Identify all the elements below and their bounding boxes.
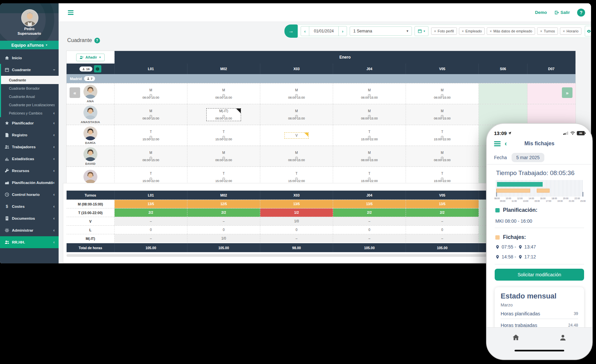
scroll-left-button[interactable]: «	[70, 87, 80, 98]
filter-chip-foto-perfil[interactable]: ×Foto perfil	[431, 27, 457, 35]
day-header-row: 16 L01M02X03J04V05S06D07	[67, 64, 575, 74]
shift-cell-L01[interactable]: M 08:00-15:00	[115, 83, 187, 104]
calendar-button[interactable]: ▼	[415, 26, 428, 36]
pin-icon	[518, 245, 522, 250]
hamburger-menu-icon[interactable]	[68, 10, 74, 16]
period-select[interactable]: 1 Semana ▼	[350, 26, 412, 36]
prev-date-button[interactable]: ‹	[301, 26, 309, 36]
sidebar-item-cuadrante[interactable]: Cuadrante‹	[1, 64, 59, 76]
sidebar-subitem-cuadrante-borrador[interactable]: Cuadrante Borrador	[1, 84, 59, 92]
shift-cell-M02[interactable]: M(-IT)08:00-15:00	[187, 104, 260, 125]
remove-chip-icon[interactable]: ×	[490, 29, 492, 33]
help-button[interactable]: ?	[577, 9, 585, 17]
add-employee-button[interactable]: Añadir ▼	[76, 54, 105, 61]
sidebar-item-planificaci-n-autom-tica[interactable]: Planificación Automática‹	[0, 177, 59, 189]
shift-cell-L01[interactable]: M 08:00-15:00	[115, 104, 187, 125]
planned-bar	[497, 182, 543, 187]
shift-code: T	[441, 130, 443, 134]
day-header-S06[interactable]: S06	[479, 64, 527, 74]
shift-cell-X03[interactable]: M 08:00-15:00	[260, 104, 333, 125]
shift-cell-L01[interactable]: M 08:00-15:00	[115, 146, 187, 166]
go-button[interactable]: →	[284, 24, 298, 38]
shift-cell-X03[interactable]: M 08:00-15:00	[260, 146, 333, 166]
profile-tab[interactable]	[559, 334, 567, 341]
sidebar-subitem-cuadrante[interactable]: Cuadrante	[1, 76, 59, 84]
next-date-button[interactable]: ›	[339, 26, 347, 36]
logout-link[interactable]: Salir	[554, 10, 570, 15]
sidebar-item-rr-hh[interactable]: RR.HH.‹	[0, 236, 59, 248]
shift-cell-M02[interactable]: M 08:00-15:00	[187, 146, 260, 166]
day-header-J04[interactable]: J04	[333, 64, 406, 74]
employee-avatar[interactable]	[83, 170, 97, 184]
shift-cell-J04[interactable]: M 08:00-15:00	[333, 104, 406, 125]
remove-chip-icon[interactable]: ×	[540, 29, 542, 33]
request-modification-button[interactable]: Solicitar modificación	[495, 269, 584, 281]
home-indicator[interactable]	[515, 350, 564, 351]
sidebar-item-inicio[interactable]: Inicio	[0, 52, 59, 64]
filter-chip-horario[interactable]: ×Horario	[560, 27, 581, 35]
sidebar-item-trabajadores[interactable]: Trabajadores‹	[0, 141, 59, 153]
remove-chip-icon[interactable]: ×	[434, 29, 436, 33]
sidebar-item-costes[interactable]: $Costes‹	[0, 201, 59, 212]
sidebar-item-estad-sticas[interactable]: Estadísticas‹	[0, 153, 59, 165]
shift-cell-V05[interactable]: M 08:00-15:00	[406, 83, 479, 104]
grid-settings-button[interactable]	[94, 65, 101, 72]
selected-shift-cell[interactable]: M(-IT)08:00-15:00	[206, 108, 241, 121]
title-help-icon[interactable]: ?	[94, 38, 100, 43]
shift-cell-V05[interactable]: T 15:00-22:00	[406, 125, 479, 146]
clock-icon	[222, 92, 225, 95]
shift-cell-J04[interactable]: T 15:00-22:00	[333, 125, 406, 146]
day-header-M02[interactable]: M02	[187, 64, 260, 74]
shift-cell-J04[interactable]: M 08:00-15:00	[333, 146, 406, 166]
demo-link[interactable]: Demo	[535, 10, 547, 15]
shift-cell-X03[interactable]: V	[260, 125, 333, 146]
shift-cell-J04[interactable]: M 08:00-15:00	[333, 83, 406, 104]
filter-chip-empleado[interactable]: ×Empleado	[459, 27, 485, 35]
team-selector[interactable]: Equipo aTurnos ▾	[0, 41, 59, 49]
sidebar-subitem-cuadrante-por-localizaciones[interactable]: Cuadrante por Localizaciones	[1, 101, 59, 109]
day-header-X03[interactable]: X03	[260, 64, 333, 74]
employee-avatar[interactable]	[83, 147, 97, 161]
filter-chip-m-s-datos-de-empleado[interactable]: ×Más datos de empleado	[487, 27, 535, 35]
employee-avatar[interactable]	[83, 106, 97, 119]
home-tab[interactable]	[512, 334, 520, 341]
remove-chip-icon[interactable]: ×	[563, 29, 565, 33]
shift-cell-S06[interactable]	[479, 83, 527, 104]
sidebar-item-registro[interactable]: Registro‹	[0, 129, 59, 141]
sidebar-subitem-cuadrante-anual[interactable]: Cuadrante Anual	[1, 92, 59, 101]
shift-cell-D07[interactable]	[527, 104, 575, 125]
employee-avatar[interactable]	[83, 126, 97, 140]
vacation-shift-cell[interactable]: V	[284, 132, 309, 139]
shift-cell-S06[interactable]	[479, 104, 527, 125]
shift-cell-V05[interactable]: M 08:00-15:00	[406, 104, 479, 125]
day-header-V05[interactable]: V05	[406, 64, 479, 74]
scroll-right-button[interactable]: »	[562, 87, 572, 98]
shift-cell-L01[interactable]: T 15:00-22:00	[115, 125, 187, 146]
employee-cell[interactable]: DARÍA	[67, 125, 115, 146]
estado-row-horas-planificadas[interactable]: Horas planificadas 39	[501, 309, 578, 319]
shift-cell-M02[interactable]: T 15:00-22:00	[187, 125, 260, 146]
sidebar-item-recursos[interactable]: Recursos‹	[0, 165, 59, 177]
sidebar-item-administrar[interactable]: Administrar‹	[0, 224, 59, 236]
visibility-button[interactable]: ▼	[585, 26, 591, 36]
day-header-D07[interactable]: D07	[527, 64, 575, 74]
day-header-L01[interactable]: L01	[115, 64, 187, 74]
sidebar-item-documentos[interactable]: Documentos‹	[0, 212, 59, 224]
shift-cell-M02[interactable]: M 08:00-15:00	[187, 83, 260, 104]
employee-cell[interactable]: ANASTASIA	[67, 104, 115, 125]
group-row-madrid[interactable]: Madrid 7	[67, 74, 575, 83]
sidebar-item-control-horario[interactable]: Control horario‹	[0, 189, 59, 201]
sidebar-item-planificador[interactable]: Planificador‹	[0, 117, 59, 129]
sidebar-subitem-peticiones-y-cambios[interactable]: Peticiones y Cambios‹	[1, 109, 59, 117]
estado-month: Marzo	[501, 302, 578, 307]
fecha-value-pill[interactable]: 5 mar 2025	[512, 153, 544, 162]
employee-cell[interactable]: DAVID	[67, 146, 115, 166]
employee-avatar[interactable]	[83, 85, 97, 99]
remove-chip-icon[interactable]: ×	[462, 29, 464, 33]
filter-chip-turnos[interactable]: ×Turnos	[537, 27, 558, 35]
date-input[interactable]: 01/01/2024	[309, 26, 339, 36]
shift-cell-V05[interactable]: M 08:00-15:00	[406, 146, 479, 166]
user-avatar[interactable]	[21, 9, 38, 26]
shift-cell-X03[interactable]: M 08:00-15:00	[260, 83, 333, 104]
clock-icon	[368, 134, 371, 137]
